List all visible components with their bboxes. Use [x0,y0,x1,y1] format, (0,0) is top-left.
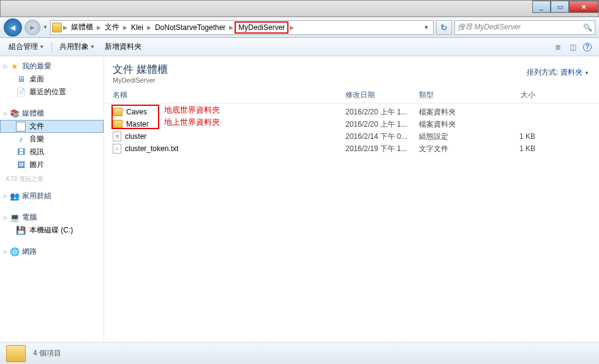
sidebar-item-label: 音樂 [29,134,44,144]
maximize-button[interactable]: ▭ [551,1,569,13]
breadcrumb-library[interactable]: 媒體櫃 [69,22,96,32]
column-headers: 名稱 修改日期 類型 大小 [104,86,599,103]
sidebar-item-label: 桌面 [29,74,44,84]
picture-icon: 🖼 [16,160,26,170]
arrange-value[interactable]: 資料夾 [560,68,582,76]
sidebar-item-label: 文件 [29,121,44,132]
sidebar-item-label: 視訊 [29,147,44,157]
annotation-master: 地上世界資料夾 [164,117,220,128]
status-bar: 4 個項目 [0,342,599,364]
file-view: 文件 媒體櫃 MyDediServer 排列方式: 資料夾 ▼ 名稱 修改日期 … [104,56,599,342]
separator [51,42,52,53]
sidebar-network[interactable]: ▷🌐網路 [0,245,104,258]
address-bar[interactable]: ▶ 媒體櫃 ▶ 文件 ▶ Klei ▶ DoNotStarveTogether … [50,20,434,35]
sidebar-item-label: 本機磁碟 (C:) [29,225,73,236]
preview-pane-button[interactable]: ◫ [566,41,579,53]
organize-button[interactable]: 組合管理▼ [5,40,48,53]
breadcrumb-dnst[interactable]: DoNotStarveTogether [153,23,228,32]
file-type: 檔案資料夾 [419,119,486,130]
file-date: 2016/2/19 下午 1... [345,144,419,154]
close-button[interactable]: ✕ [569,1,598,13]
sidebar-item-label: 最近的位置 [29,87,66,97]
minimize-button[interactable]: _ [532,1,551,13]
sidebar-item-documents[interactable]: 文件 [0,120,104,133]
toolbar: 組合管理▼ 共用對象▼ 新增資料夾 ≣ ◫ ? [0,38,599,56]
col-date[interactable]: 修改日期 [345,90,419,100]
sidebar-item-videos[interactable]: 🎞視訊 [0,146,104,158]
file-date: 2016/2/20 上午 1... [345,119,419,130]
computer-icon: 💻 [10,213,20,223]
library-subtitle: MyDediServer [113,76,590,84]
address-dropdown[interactable]: ▼ [421,24,432,31]
star-icon: ★ [10,62,20,72]
breadcrumb-label: DoNotStarveTogether [155,23,225,32]
sidebar-item-recent[interactable]: 📄最近的位置 [0,86,104,98]
share-button[interactable]: 共用對象▼ [56,40,99,53]
file-size: 1 KB [486,132,535,141]
view-mode-button[interactable]: ≣ [551,41,565,53]
watermark: K73 電玩之家 [0,175,104,184]
library-title: 文件 媒體櫃 [113,62,590,76]
item-count: 4 個項目 [33,348,61,358]
config-file-icon: ⚙ [113,132,121,141]
document-icon [16,122,26,132]
file-type: 組態設定 [419,132,486,142]
sidebar-item-drive-c[interactable]: 💾本機磁碟 (C:) [0,224,104,237]
breadcrumb-label: 文件 [105,22,119,32]
sidebar-computer[interactable]: ▷💻電腦 [0,211,104,224]
col-size[interactable]: 大小 [486,90,535,100]
chevron-right-icon: ▶ [146,24,153,31]
file-name: cluster_token.txt [125,144,178,153]
chevron-right-icon: ▶ [228,24,235,31]
col-type[interactable]: 類型 [419,90,486,100]
share-label: 共用對象 [59,42,89,52]
close-icon: ✕ [581,4,586,10]
sidebar-libraries[interactable]: ▷📚媒體櫃 [0,107,104,120]
col-name[interactable]: 名稱 [113,90,345,100]
file-date: 2016/2/14 下午 0... [345,132,419,142]
video-icon: 🎞 [16,147,26,157]
homegroup-icon: 👥 [10,191,20,201]
library-header: 文件 媒體櫃 MyDediServer [104,56,599,86]
sidebar-item-pictures[interactable]: 🖼圖片 [0,158,104,171]
sidebar-label: 媒體櫃 [22,108,44,119]
sidebar-item-label: 圖片 [29,160,44,170]
desktop-icon: 🖥 [16,75,26,84]
refresh-button[interactable]: ↻ [436,20,452,35]
sidebar-homegroup[interactable]: ▷👥家用群組 [0,190,104,202]
file-row-cluster[interactable]: ⚙cluster 2016/2/14 下午 0... 組態設定 1 KB [113,130,590,143]
network-icon: 🌐 [10,247,20,257]
chevron-down-icon: ▼ [39,44,44,50]
new-folder-button[interactable]: 新增資料夾 [101,40,145,53]
new-folder-label: 新增資料夾 [105,42,141,52]
drive-icon: 💾 [16,226,26,236]
breadcrumb-mydediserver[interactable]: MyDediServer [235,21,288,34]
breadcrumb-klei[interactable]: Klei [129,23,146,32]
organize-label: 組合管理 [9,42,38,52]
annotation-caves: 地底世界資料夾 [164,105,220,116]
search-input[interactable]: 搜尋 MyDediServer 🔍 [454,20,595,35]
sidebar-item-desktop[interactable]: 🖥桌面 [0,73,104,86]
file-list: 地底世界資料夾 地上世界資料夾 Caves 2016/2/20 上午 1... … [104,103,599,157]
folder-icon [113,120,122,128]
expand-icon: ▷ [4,215,7,220]
help-button[interactable]: ? [581,41,594,53]
help-icon: ? [583,43,592,51]
file-name: cluster [125,132,146,141]
expand-icon: ▷ [4,193,7,199]
arrange-by[interactable]: 排列方式: 資料夾 ▼ [527,67,589,78]
text-file-icon: ≡ [113,144,121,154]
main-area: ▷★我的最愛 🖥桌面 📄最近的位置 ▷📚媒體櫃 文件 ♪音樂 🎞視訊 🖼圖片 K… [0,56,599,342]
sidebar-favorites[interactable]: ▷★我的最愛 [0,60,104,73]
sidebar-label: 電腦 [22,212,37,223]
file-row-cluster-token[interactable]: ≡cluster_token.txt 2016/2/19 下午 1... 文字文… [113,143,590,155]
chevron-right-icon: ▶ [62,24,69,31]
chevron-down-icon: ▼ [90,44,95,50]
breadcrumb-documents[interactable]: 文件 [102,22,122,32]
expand-icon: ▷ [4,249,7,254]
breadcrumb-label: Klei [131,23,143,32]
sidebar-item-music[interactable]: ♪音樂 [0,133,104,146]
history-dropdown[interactable]: ▼ [43,24,48,30]
forward-button[interactable]: ► [24,20,40,35]
back-button[interactable]: ◄ [4,18,22,37]
